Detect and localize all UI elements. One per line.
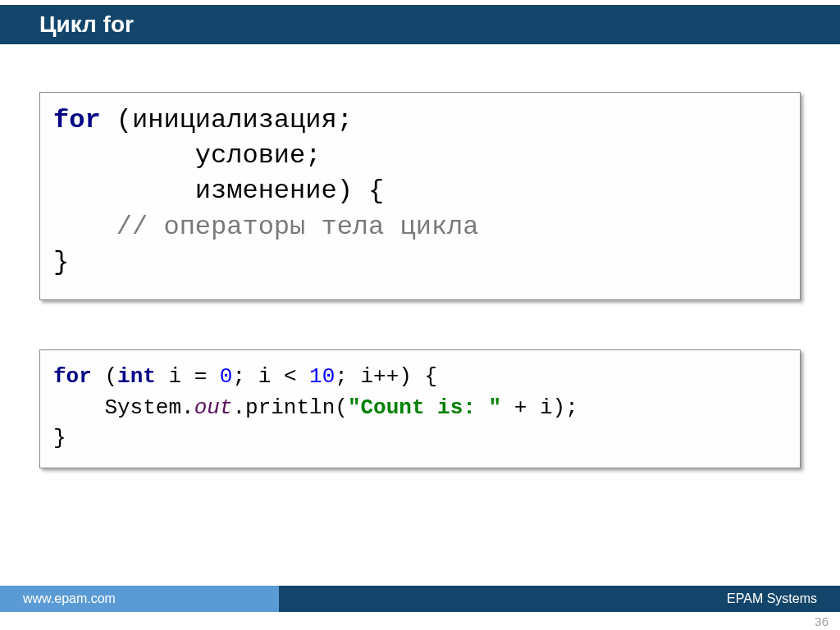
code-token: "Count is: ": [348, 395, 501, 420]
code-token: (инициализация;: [101, 105, 353, 135]
code-token: System.: [53, 395, 194, 420]
code-token: // операторы тела цикла: [53, 212, 478, 242]
code-token: .println(: [232, 395, 347, 420]
code-token: (: [92, 364, 117, 389]
code-token: for: [53, 105, 101, 135]
code-token: i =: [156, 364, 220, 389]
slide-title: Цикл for: [39, 11, 134, 38]
code-token: 10: [309, 364, 335, 389]
page-number: 36: [815, 614, 829, 628]
code-token: условие;: [53, 140, 321, 171]
code-block-example: for (int i = 0; i < 10; i++) { System.ou…: [39, 349, 801, 468]
code-token: + i);: [501, 395, 578, 420]
footer-url: www.epam.com: [0, 586, 279, 612]
code-block-syntax: for (инициализация; условие; изменение) …: [39, 92, 801, 300]
code-token: }: [53, 247, 69, 277]
code-token: 0: [220, 364, 233, 389]
code-token: for: [53, 364, 92, 389]
code-token: ; i++) {: [335, 364, 437, 389]
code-token: }: [53, 426, 66, 450]
code-token: изменение) {: [53, 176, 384, 206]
slide-footer: www.epam.com EPAM Systems: [0, 586, 840, 612]
footer-company: EPAM Systems: [279, 586, 840, 612]
code-token: ; i <: [232, 364, 309, 389]
code-token: int: [117, 364, 156, 389]
slide-header: Цикл for: [0, 0, 840, 44]
slide-content: for (инициализация; условие; изменение) …: [0, 44, 840, 468]
code-token: out: [194, 395, 233, 420]
